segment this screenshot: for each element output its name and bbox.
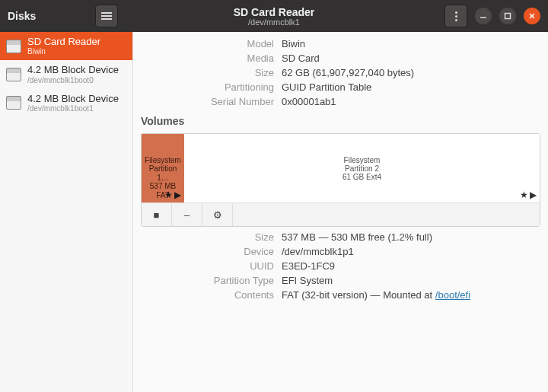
volume-label: Partition 1… — [145, 164, 181, 182]
label-model: Model — [202, 38, 274, 49]
sidebar-item-block-device-1[interactable]: 4.2 MB Block Device /dev/mmcblk1boot1 — [0, 89, 132, 117]
label-size: Size — [202, 67, 274, 78]
title-bar: Disks SD Card Reader /dev/mmcblk1 — [0, 0, 548, 32]
volume-partition-1[interactable]: Filesystem Partition 1… 537 MB FAT ★ ▶ — [142, 134, 184, 202]
sidebar-item-title: SD Card Reader — [27, 37, 100, 47]
stop-icon: ■ — [154, 209, 160, 221]
label-partitioning: Partitioning — [202, 81, 274, 93]
disk-icon — [6, 96, 21, 110]
disk-icon — [6, 40, 21, 53]
mount-point-link[interactable]: /boot/efi — [435, 289, 470, 301]
close-icon — [528, 12, 536, 20]
disk-icon — [6, 68, 21, 81]
unmount-button[interactable]: ■ — [142, 203, 172, 226]
dot-icon — [455, 19, 457, 21]
sidebar-item-sd-card-reader[interactable]: SD Card Reader Biwin — [0, 32, 132, 60]
play-icon: ▶ — [174, 190, 181, 200]
maximize-button[interactable] — [499, 8, 516, 24]
dot-icon — [455, 11, 457, 14]
minimize-icon — [480, 12, 487, 20]
value-partitioning: GUID Partition Table — [282, 81, 540, 93]
sidebar-item-subtitle: /dev/mmcblk1boot0 — [27, 76, 119, 84]
volume-toolbar: ■ – ⚙ — [142, 202, 540, 226]
sidebar-item-block-device-0[interactable]: 4.2 MB Block Device /dev/mmcblk1boot0 — [0, 60, 132, 88]
sidebar-item-title: 4.2 MB Block Device — [27, 94, 119, 104]
contents-text: FAT (32-bit version) — Mounted at — [282, 289, 435, 301]
label-pdevice: Device — [202, 246, 274, 257]
volume-label: Partition 2 — [342, 164, 381, 173]
volume-label: 61 GB Ext4 — [342, 173, 381, 181]
value-psize: 537 MB — 530 MB free (1.2% full) — [282, 231, 540, 243]
value-media: SD Card — [282, 53, 540, 64]
svg-rect-1 — [505, 14, 511, 19]
value-contents: FAT (32-bit version) — Mounted at /boot/… — [282, 289, 540, 301]
volume-label: Filesystem — [342, 156, 381, 164]
gear-icon: ⚙ — [213, 209, 222, 221]
volume-partition-2[interactable]: Filesystem Partition 2 61 GB Ext4 ★ ▶ — [184, 134, 540, 202]
minimize-button[interactable] — [475, 8, 492, 24]
close-button[interactable] — [524, 8, 540, 24]
device-sidebar: SD Card Reader Biwin 4.2 MB Block Device… — [0, 32, 133, 392]
label-psize: Size — [202, 231, 274, 243]
sidebar-item-subtitle: /dev/mmcblk1boot1 — [27, 104, 119, 113]
app-menu-button[interactable] — [95, 5, 118, 27]
dot-icon — [455, 15, 457, 18]
value-ptype: EFI System — [282, 275, 540, 286]
partition-info-grid: Size 537 MB — 530 MB free (1.2% full) De… — [202, 231, 540, 301]
value-serial: 0x00001ab1 — [282, 96, 540, 107]
hamburger-icon — [101, 12, 112, 20]
label-contents: Contents — [202, 289, 274, 301]
maximize-icon — [504, 12, 511, 20]
sidebar-item-title: 4.2 MB Block Device — [27, 65, 119, 75]
star-icon: ★ — [164, 190, 173, 200]
sidebar-item-subtitle: Biwin — [27, 47, 100, 56]
value-size: 62 GB (61,907,927,040 bytes) — [282, 67, 540, 78]
value-model: Biwin — [282, 38, 540, 49]
label-ptype: Partition Type — [202, 275, 274, 286]
value-pdevice: /dev/mmcblk1p1 — [282, 246, 540, 257]
label-media: Media — [202, 53, 274, 64]
device-info-grid: Model Biwin Media SD Card Size 62 GB (61… — [202, 38, 540, 107]
play-icon: ▶ — [530, 190, 537, 200]
volumes-heading: Volumes — [141, 115, 540, 127]
label-uuid: UUID — [202, 260, 274, 272]
app-title: Disks — [8, 10, 36, 22]
delete-partition-button[interactable]: – — [172, 203, 202, 226]
content-pane: Model Biwin Media SD Card Size 62 GB (61… — [133, 32, 548, 392]
value-uuid: E3ED-1FC9 — [282, 260, 540, 272]
star-icon: ★ — [520, 190, 528, 200]
label-serial: Serial Number — [202, 96, 274, 107]
volumes-box: Filesystem Partition 1… 537 MB FAT ★ ▶ F… — [141, 133, 540, 227]
drive-menu-button[interactable] — [444, 5, 467, 27]
volume-label: Filesystem — [145, 156, 181, 165]
partition-options-button[interactable]: ⚙ — [202, 203, 233, 226]
minus-icon: – — [184, 209, 190, 221]
